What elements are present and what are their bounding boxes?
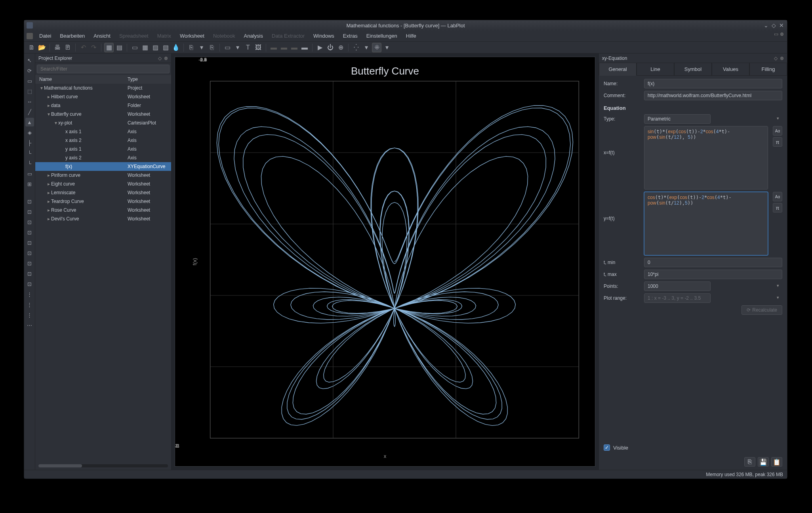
tab-values[interactable]: Values bbox=[712, 63, 749, 76]
menu-windows[interactable]: Windows bbox=[309, 31, 338, 40]
color-icon[interactable]: 💧 bbox=[171, 43, 181, 52]
lt7-icon[interactable]: ⊡ bbox=[25, 259, 34, 268]
target-icon[interactable]: ⊕ bbox=[336, 43, 345, 52]
add-dropdown-icon[interactable]: ▾ bbox=[197, 43, 206, 52]
haxis-icon[interactable]: └ bbox=[25, 149, 34, 157]
cursor2-icon[interactable]: ⁜ bbox=[372, 43, 381, 52]
align4-icon[interactable]: ▬ bbox=[300, 43, 309, 52]
lt2-icon[interactable]: ⊡ bbox=[25, 207, 34, 216]
tab-general[interactable]: General bbox=[599, 63, 637, 76]
grid1-icon[interactable]: ▦ bbox=[104, 43, 114, 52]
tmin-field[interactable] bbox=[644, 258, 782, 267]
tree-row[interactable]: ▾ Butterfly curveWorksheet bbox=[35, 110, 171, 119]
hruler-icon[interactable]: ↔ bbox=[25, 97, 34, 106]
print-icon[interactable]: 🖶 bbox=[53, 43, 62, 52]
redo-icon[interactable]: ↷ bbox=[89, 43, 98, 52]
lt6-icon[interactable]: ⊡ bbox=[25, 249, 34, 257]
refresh-icon[interactable]: ⟳ bbox=[25, 66, 34, 75]
add2-icon[interactable]: ⎘ bbox=[207, 43, 217, 52]
undo-icon[interactable]: ↶ bbox=[78, 43, 88, 52]
copy-template-icon[interactable]: 📋 bbox=[771, 457, 782, 467]
tree-row[interactable]: ▸ Rose CurveWorksheet bbox=[35, 206, 171, 214]
col-name[interactable]: Name bbox=[35, 77, 124, 82]
y-constants-icon[interactable]: Aα bbox=[773, 192, 782, 201]
layout1-icon[interactable]: ▭ bbox=[223, 43, 232, 52]
tree-row[interactable]: ▸ Devil's CurveWorksheet bbox=[35, 214, 171, 223]
name-field[interactable] bbox=[644, 79, 782, 88]
cursor1-dd-icon[interactable]: ▾ bbox=[362, 43, 371, 52]
pause-icon[interactable]: ⏻ bbox=[326, 43, 335, 52]
tree-row[interactable]: ▸ LemniscateWorksheet bbox=[35, 188, 171, 197]
tmax-field[interactable] bbox=[644, 270, 782, 279]
tree-row[interactable]: y axis 2Axis bbox=[35, 153, 171, 162]
tree-row[interactable]: ▾ xy-plotCartesianPlot bbox=[35, 119, 171, 127]
menu-icon[interactable] bbox=[27, 33, 33, 39]
export-icon[interactable]: 🖹 bbox=[63, 43, 72, 52]
lt8-icon[interactable]: ⊡ bbox=[25, 269, 34, 278]
detach-icon[interactable]: ◇ bbox=[158, 56, 162, 61]
title-bar[interactable]: Mathematical functions - [Butterfly curv… bbox=[24, 20, 787, 31]
maximize-icon[interactable]: ◇ bbox=[772, 22, 776, 29]
close-props-icon[interactable]: ⊗ bbox=[780, 56, 784, 61]
frame-icon[interactable]: ▭ bbox=[25, 169, 34, 178]
vaxis-icon[interactable]: ├ bbox=[25, 138, 34, 147]
insert-graph-icon[interactable]: ▨ bbox=[151, 43, 160, 52]
plot-area[interactable]: Butterfly Curve f(x) x 3.52.41.30.2-0.9-… bbox=[175, 57, 595, 467]
tree-row[interactable]: ▸ Eight curveWorksheet bbox=[35, 180, 171, 188]
tool-a-icon[interactable]: ◈ bbox=[25, 128, 34, 137]
lt1-icon[interactable]: ⊡ bbox=[25, 197, 34, 206]
cursor2-dd-icon[interactable]: ▾ bbox=[382, 43, 392, 52]
lt9-icon[interactable]: ⊡ bbox=[25, 279, 34, 288]
tree-row[interactable]: x axis 1Axis bbox=[35, 127, 171, 136]
menu-worksheet[interactable]: Worksheet bbox=[176, 31, 208, 40]
x-constants-icon[interactable]: Aα bbox=[773, 126, 782, 136]
align1-icon[interactable]: ▬ bbox=[269, 43, 278, 52]
detach-props-icon[interactable]: ◇ bbox=[774, 56, 778, 61]
recalculate-button[interactable]: ⟳ Recalculate bbox=[741, 305, 782, 315]
menu-ansicht[interactable]: Ansicht bbox=[90, 31, 114, 40]
tab-line[interactable]: Line bbox=[637, 63, 674, 76]
load-template-icon[interactable]: ⎘ bbox=[744, 457, 755, 467]
menu-einstellungen[interactable]: Einstellungen bbox=[362, 31, 401, 40]
align3-icon[interactable]: ▬ bbox=[290, 43, 299, 52]
close-icon[interactable]: ✕ bbox=[779, 22, 784, 29]
tab-filling[interactable]: Filling bbox=[749, 63, 787, 76]
tab-symbol[interactable]: Symbol bbox=[674, 63, 712, 76]
lt13-icon[interactable]: ⋯ bbox=[25, 321, 34, 329]
tree-row[interactable]: x axis 2Axis bbox=[35, 136, 171, 145]
align2-icon[interactable]: ▬ bbox=[279, 43, 289, 52]
col-type[interactable]: Type bbox=[124, 77, 171, 82]
insert-plot-icon[interactable]: ▭ bbox=[130, 43, 139, 52]
tree-row[interactable]: y axis 1Axis bbox=[35, 145, 171, 153]
text-icon[interactable]: T bbox=[243, 43, 253, 52]
select-icon[interactable]: ⬚ bbox=[25, 87, 34, 96]
lt4-icon[interactable]: ⊡ bbox=[25, 228, 34, 237]
image-icon[interactable]: 🖼 bbox=[254, 43, 263, 52]
menu-analysis[interactable]: Analysis bbox=[240, 31, 267, 40]
x-expr-field[interactable]: sin(t)*(exp(cos(t))-2*cos(4*t)-pow(sin(t… bbox=[644, 126, 768, 190]
lt11-icon[interactable]: ⋮ bbox=[25, 300, 34, 309]
close-panel-icon[interactable]: ⊗ bbox=[164, 56, 168, 61]
y-pi-icon[interactable]: π bbox=[773, 203, 782, 212]
y-expr-field[interactable]: cos(t)*(exp(cos(t))-2*cos(4*t)-pow(sin(t… bbox=[644, 192, 768, 255]
x-pi-icon[interactable]: π bbox=[773, 137, 782, 147]
type-select[interactable] bbox=[644, 114, 711, 124]
tree-row[interactable]: ▸ Piriform curveWorksheet bbox=[35, 171, 171, 180]
comment-field[interactable] bbox=[644, 91, 782, 100]
insert-table-icon[interactable]: ▦ bbox=[140, 43, 150, 52]
menu-hilfe[interactable]: Hilfe bbox=[402, 31, 420, 40]
tree-row[interactable]: f(x)XYEquationCurve bbox=[35, 162, 171, 171]
tree-row[interactable]: ▸ Hilbert curveWorksheet bbox=[35, 92, 171, 101]
layout-dropdown-icon[interactable]: ▾ bbox=[233, 43, 242, 52]
menu-bearbeiten[interactable]: Bearbeiten bbox=[56, 31, 89, 40]
play-icon[interactable]: ▶ bbox=[315, 43, 325, 52]
open-icon[interactable]: 📂 bbox=[37, 43, 47, 52]
tree-scrollbar[interactable] bbox=[38, 464, 168, 467]
insert-chart-icon[interactable]: ▧ bbox=[161, 43, 170, 52]
lt3-icon[interactable]: ⊡ bbox=[25, 218, 34, 226]
lt10-icon[interactable]: ⋮ bbox=[25, 290, 34, 299]
points-field[interactable] bbox=[644, 281, 711, 291]
panel-toggle-icon[interactable]: ▭ bbox=[774, 31, 778, 37]
add1-icon[interactable]: ⎘ bbox=[187, 43, 196, 52]
panel-collapse-icon[interactable]: ⊗ bbox=[780, 31, 784, 37]
